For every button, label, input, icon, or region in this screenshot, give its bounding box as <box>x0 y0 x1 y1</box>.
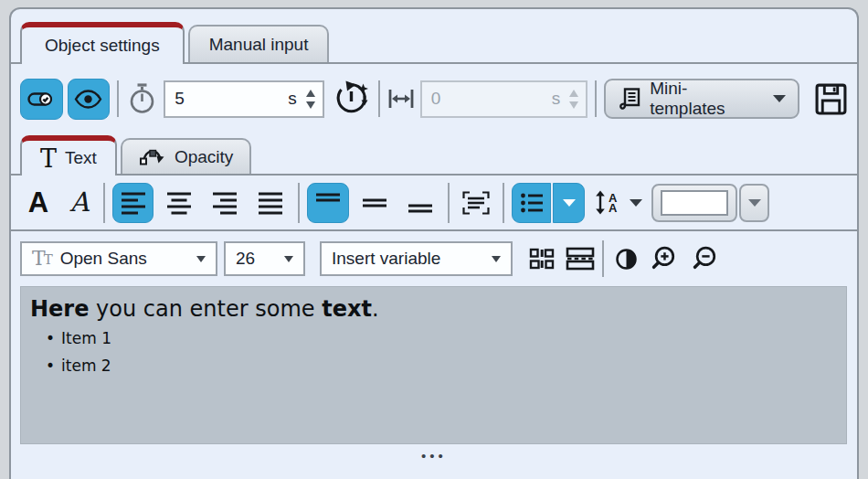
width-duration-unit: s <box>552 89 561 109</box>
tab-object-settings[interactable]: Object settings <box>20 22 185 64</box>
tab-manual-input-label: Manual input <box>209 35 309 55</box>
chevron-down-icon <box>630 199 642 207</box>
fit-text-icon <box>462 191 490 215</box>
align-justify-icon <box>258 191 283 215</box>
width-duration-value: 0 <box>431 89 552 109</box>
mini-templates-button[interactable]: Mini-templates <box>604 79 799 119</box>
tab-object-settings-label: Object settings <box>45 36 160 56</box>
tab-text-label: Text <box>65 148 97 168</box>
text-tab-icon: T <box>40 146 57 171</box>
valign-bottom-button[interactable] <box>400 192 440 214</box>
secondary-tab-bar: T Text Opacity <box>11 133 857 176</box>
width-duration-spinner <box>569 90 578 109</box>
bullet-list-icon <box>520 192 544 214</box>
object-toolbar: 5 s 0 s <box>11 64 857 133</box>
bullet-list-dropdown-button[interactable] <box>553 183 585 223</box>
font-family-select[interactable]: T T Open Sans <box>20 241 217 276</box>
editor-list-item: •item 2 <box>30 352 837 379</box>
align-center-button[interactable] <box>159 191 199 215</box>
duration-input[interactable]: 5 s <box>164 80 324 118</box>
chevron-down-icon <box>748 199 761 207</box>
toolbar-divider <box>595 80 597 117</box>
chevron-down-icon <box>773 95 786 102</box>
zoom-out-button[interactable] <box>693 245 721 273</box>
editor-list-item: •Item 1 <box>30 325 837 352</box>
insert-variable-select[interactable]: Insert variable <box>320 241 513 276</box>
toolbar-divider <box>448 183 450 223</box>
font-family-icon: T T <box>32 249 53 269</box>
stopwatch-icon <box>128 82 156 115</box>
italic-button[interactable]: A <box>63 189 96 216</box>
eye-icon <box>74 90 102 109</box>
marquee-button[interactable] <box>566 247 595 271</box>
insert-variable-label: Insert variable <box>332 249 484 269</box>
chevron-down-icon <box>284 256 293 262</box>
auto-duration-icon[interactable] <box>333 80 371 118</box>
toolbar-divider <box>117 80 119 117</box>
text-color-control <box>651 184 769 222</box>
save-button[interactable] <box>814 82 848 116</box>
toolbar-divider <box>103 183 105 223</box>
text-color-button[interactable] <box>651 184 737 222</box>
zoom-in-icon <box>651 245 680 273</box>
width-duration-icon <box>387 87 415 111</box>
valign-top-icon <box>315 192 341 214</box>
font-size-select[interactable]: 26 <box>224 241 305 276</box>
valign-bottom-icon <box>408 192 433 214</box>
align-justify-button[interactable] <box>250 191 291 215</box>
zoom-out-icon <box>693 245 721 273</box>
chevron-down-icon <box>563 199 576 207</box>
panel-resize-handle[interactable]: ••• <box>11 452 857 461</box>
tab-text[interactable]: T Text <box>20 135 117 176</box>
contrast-icon <box>615 248 638 271</box>
width-duration-input: 0 s <box>420 80 587 118</box>
duration-spinner[interactable] <box>306 90 315 109</box>
toolbar-divider <box>298 183 300 223</box>
valign-middle-button[interactable] <box>355 192 395 214</box>
toolbar-divider <box>602 240 604 277</box>
toolbar-divider <box>503 183 504 223</box>
line-spacing-arrow-icon <box>595 190 606 215</box>
text-editor[interactable]: Here you can enter some text. •Item 1 •i… <box>20 286 847 444</box>
toggle-enabled-button[interactable] <box>20 79 63 120</box>
fit-text-button[interactable] <box>457 191 495 215</box>
object-settings-panel: Object settings Manual input <box>9 7 859 479</box>
save-icon <box>814 82 848 116</box>
format-toolbar: A A <box>11 176 857 231</box>
align-right-button[interactable] <box>205 191 245 215</box>
line-spacing-button[interactable]: A A <box>595 190 617 215</box>
text-color-dropdown-button[interactable] <box>739 184 769 222</box>
editor-line-1: Here you can enter some text. <box>30 293 837 325</box>
font-family-value: Open Sans <box>60 249 189 269</box>
mini-templates-icon <box>618 87 641 112</box>
bullet-list-group <box>512 183 585 223</box>
toolbar-divider <box>378 80 380 117</box>
valign-middle-icon <box>362 192 387 214</box>
visibility-button[interactable] <box>68 79 111 120</box>
marquee-icon <box>566 247 595 271</box>
font-toolbar: T T Open Sans 26 Insert variable <box>11 231 857 286</box>
bullet-list-button[interactable] <box>512 183 551 223</box>
mini-templates-label: Mini-templates <box>650 79 761 119</box>
color-swatch <box>661 190 728 216</box>
qr-code-button[interactable] <box>529 248 555 270</box>
chevron-down-icon <box>196 256 206 262</box>
zoom-in-button[interactable] <box>651 245 680 273</box>
bold-button[interactable]: A <box>20 188 57 217</box>
toggle-check-icon <box>27 90 55 108</box>
qr-code-icon <box>529 248 555 270</box>
font-size-value: 26 <box>236 249 277 269</box>
line-spacing-dropdown[interactable] <box>630 199 642 207</box>
duration-value: 5 <box>175 89 288 109</box>
chevron-down-icon <box>492 256 501 262</box>
valign-top-button[interactable] <box>307 183 349 223</box>
tab-manual-input[interactable]: Manual input <box>188 25 330 62</box>
align-center-icon <box>166 191 192 215</box>
align-left-icon <box>121 191 146 215</box>
contrast-button[interactable] <box>615 248 638 271</box>
align-left-button[interactable] <box>112 183 153 223</box>
align-right-icon <box>212 191 238 215</box>
duration-unit: s <box>288 89 297 109</box>
tab-opacity[interactable]: Opacity <box>121 138 251 174</box>
tab-opacity-label: Opacity <box>175 147 233 167</box>
